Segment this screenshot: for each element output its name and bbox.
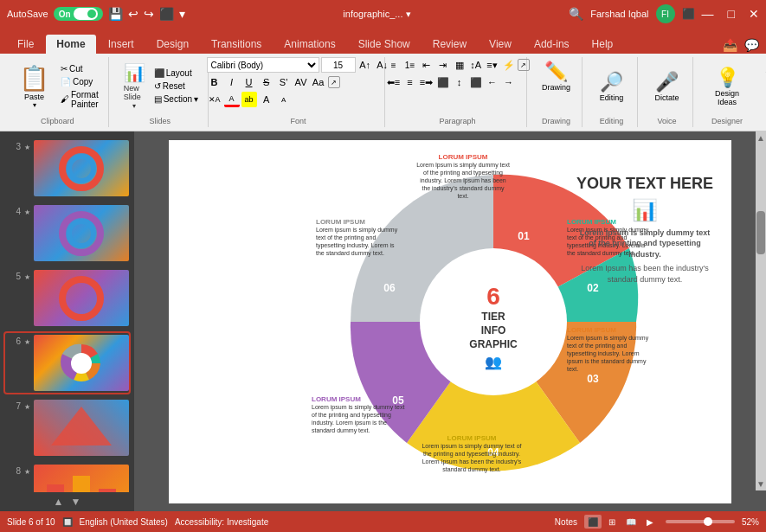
tab-insert[interactable]: Insert xyxy=(98,35,145,54)
rtl-btn[interactable]: ← xyxy=(485,74,500,90)
bullets-btn[interactable]: ≡ xyxy=(386,57,402,73)
tab-file[interactable]: File xyxy=(7,35,44,54)
line-spacing-btn[interactable]: ↕ xyxy=(452,74,467,90)
zoom-slider[interactable] xyxy=(666,520,735,523)
save-icon[interactable]: 💾 xyxy=(108,7,123,21)
tab-design[interactable]: Design xyxy=(146,35,199,54)
scroll-up-btn[interactable]: ▲ xyxy=(54,496,64,508)
new-slide-button[interactable]: 📊 New Slide ▾ xyxy=(119,61,150,112)
share-icon[interactable]: 📤 xyxy=(723,38,737,52)
numbering-btn[interactable]: 1≡ xyxy=(402,57,418,73)
para-spacing-btn[interactable]: ⬛ xyxy=(468,74,484,90)
design-ideas-button[interactable]: 💡 Design Ideas xyxy=(704,63,750,110)
strikethrough-button[interactable]: S xyxy=(259,74,274,90)
tab-help[interactable]: Help xyxy=(582,35,624,54)
section-button[interactable]: ▤Section▾ xyxy=(151,93,201,105)
undo-icon[interactable]: ↩ xyxy=(128,7,138,21)
slide-thumb-6[interactable]: 6 ★ xyxy=(5,333,129,393)
font-increase-btn[interactable]: A↑ xyxy=(357,57,373,73)
reset-button[interactable]: ↺Reset xyxy=(151,80,201,92)
comment-icon[interactable]: 💬 xyxy=(744,38,759,52)
scroll-down-btn[interactable]: ▼ xyxy=(71,496,81,508)
columns-btn[interactable]: ▦ xyxy=(452,57,467,73)
present-icon[interactable]: ⬛ xyxy=(159,7,174,21)
status-bar-right: Notes ⬛ ⊞ 📖 ▶ 52% xyxy=(555,515,759,529)
editing-button[interactable]: 🔎 Editing xyxy=(589,67,634,106)
text-highlight-btn[interactable]: ab xyxy=(241,92,257,107)
tab-home[interactable]: Home xyxy=(46,35,95,54)
tab-review[interactable]: Review xyxy=(422,35,477,54)
slide-sorter-btn[interactable]: ⊞ xyxy=(603,515,621,529)
slide-thumb-3[interactable]: 3 ★ xyxy=(5,138,129,198)
slide-thumb-4[interactable]: 4 ★ xyxy=(5,203,129,263)
language[interactable]: English (United States) xyxy=(80,517,168,527)
ltr-btn[interactable]: → xyxy=(501,74,517,90)
paste-dropdown[interactable]: ▾ xyxy=(33,101,36,109)
maximize-btn[interactable]: □ xyxy=(728,7,735,21)
copy-button[interactable]: 📄Copy xyxy=(58,76,101,87)
char-spacing-btn[interactable]: AV xyxy=(293,74,309,90)
dictate-button[interactable]: 🎤 Dictate xyxy=(645,67,690,106)
notes-btn[interactable]: Notes xyxy=(555,517,577,527)
font-size-input[interactable] xyxy=(321,57,356,73)
slide-canvas[interactable]: 6 TIER INFO GRAPHIC 👥 01 02 03 04 05 06 … xyxy=(169,140,731,503)
slide-panel-scroll[interactable]: 3 ★ 4 ★ 5 ★ xyxy=(0,131,134,492)
shadow-button[interactable]: S' xyxy=(276,74,292,90)
ribbon-toggle-icon[interactable]: ⬛ xyxy=(682,8,695,20)
normal-view-btn[interactable]: ⬛ xyxy=(584,515,602,529)
font-size3-btn[interactable]: A xyxy=(276,92,292,107)
scroll-track xyxy=(756,144,766,478)
slideshow-btn[interactable]: ▶ xyxy=(641,515,659,529)
minimize-btn[interactable]: — xyxy=(702,7,714,21)
font-color-btn[interactable]: A xyxy=(224,92,240,107)
autosave-toggle[interactable] xyxy=(74,8,98,20)
slide-thumb-8[interactable]: 8 ★ xyxy=(5,463,129,492)
font-name-select[interactable]: Calibri (Body) xyxy=(207,57,319,73)
search-icon[interactable]: 🔍 xyxy=(569,7,583,21)
bold-button[interactable]: B xyxy=(207,74,222,90)
cut-button[interactable]: ✂Cut xyxy=(58,63,101,74)
reading-view-btn[interactable]: 📖 xyxy=(622,515,640,529)
decrease-indent-btn[interactable]: ⇤ xyxy=(419,57,434,73)
paragraph-expand-btn[interactable]: ↗ xyxy=(518,59,530,71)
collapse-ribbon-btn[interactable]: ∧ xyxy=(761,61,766,76)
scroll-up-arrow[interactable]: ▲ xyxy=(755,131,766,144)
format-painter-button[interactable]: 🖌Format Painter xyxy=(58,89,101,110)
text-direction-btn[interactable]: ↕A xyxy=(468,57,484,73)
slide-thumb-5[interactable]: 5 ★ xyxy=(5,268,129,328)
tab-transitions[interactable]: Transitions xyxy=(201,35,272,54)
canvas-scrollbar[interactable]: ▲ ▼ xyxy=(756,131,766,490)
align-center-btn[interactable]: ≡ xyxy=(402,74,418,90)
accessibility-label[interactable]: Accessibility: Investigate xyxy=(175,517,268,527)
change-case-btn[interactable]: Aa xyxy=(311,74,326,90)
align-left-btn[interactable]: ⬅≡ xyxy=(386,74,402,90)
scroll-down-arrow[interactable]: ▼ xyxy=(755,478,766,490)
zoom-level[interactable]: 52% xyxy=(742,517,759,527)
underline-button[interactable]: U xyxy=(241,74,257,90)
customize-icon[interactable]: ▾ xyxy=(179,7,185,21)
drawing-button[interactable]: ✏️ Drawing xyxy=(534,57,579,95)
align-text-btn[interactable]: ≡▾ xyxy=(485,57,500,73)
dictate-label: Dictate xyxy=(655,93,679,102)
layout-button[interactable]: ⬛Layout xyxy=(151,67,201,79)
justify-btn[interactable]: ⬛ xyxy=(435,74,451,90)
font-expand-btn[interactable]: ↗ xyxy=(328,76,340,88)
align-right-btn[interactable]: ≡➡ xyxy=(419,74,434,90)
tab-slideshow[interactable]: Slide Show xyxy=(348,35,421,54)
paste-button[interactable]: 📋 Paste ▾ xyxy=(14,61,55,112)
font-size2-btn[interactable]: A xyxy=(259,92,274,107)
close-btn[interactable]: ✕ xyxy=(749,7,759,21)
tab-animations[interactable]: Animations xyxy=(274,35,345,54)
increase-indent-btn[interactable]: ⇥ xyxy=(435,57,451,73)
tab-addins[interactable]: Add-ins xyxy=(524,35,580,54)
zoom-thumb[interactable] xyxy=(704,517,712,526)
slide-thumb-7[interactable]: 7 ★ xyxy=(5,398,129,458)
tab-view[interactable]: View xyxy=(479,35,522,54)
new-slide-dropdown[interactable]: ▾ xyxy=(132,102,136,110)
redo-icon[interactable]: ↪ xyxy=(144,7,154,21)
italic-button[interactable]: I xyxy=(224,74,240,90)
autosave-badge[interactable]: On xyxy=(54,7,103,21)
clear-format-btn[interactable]: ✕A xyxy=(207,92,222,107)
scroll-thumb[interactable] xyxy=(756,211,765,254)
convert-smartart-btn[interactable]: ⚡ xyxy=(501,57,517,73)
